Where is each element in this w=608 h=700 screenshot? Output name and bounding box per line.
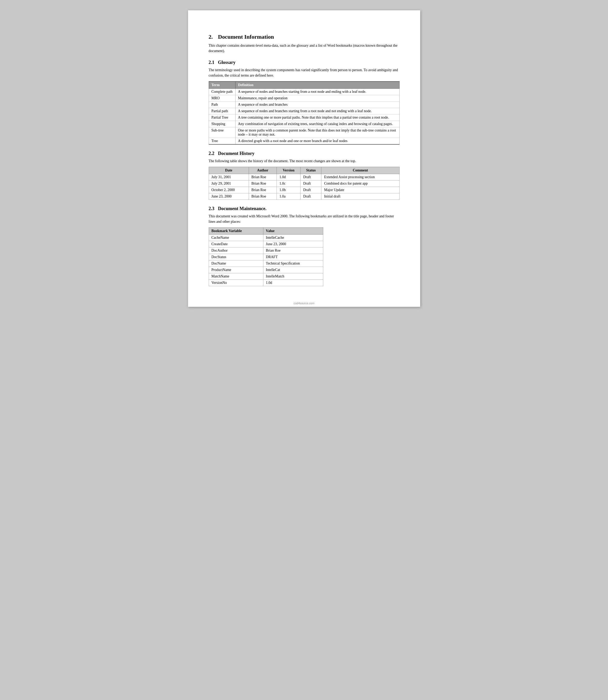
glossary-definition: A sequence of nodes and branches startin… [235, 89, 399, 95]
bookmark-value: IntelleCache [263, 235, 323, 241]
glossary-definition: A sequence of nodes and branches [235, 102, 399, 108]
history-version: 1.0c [277, 180, 301, 187]
section21-heading: 2.1Glossary [209, 60, 400, 65]
bookmark-col-value: Value [263, 228, 323, 235]
bookmark-variable: ProductName [209, 267, 263, 273]
bookmark-row: VersionNo1.0d [209, 280, 323, 286]
history-version: 1.0d [277, 174, 301, 180]
glossary-col-definition: Definition [235, 81, 399, 89]
bookmark-value: DRAFT [263, 254, 323, 260]
section23-intro: This document was created with Microsoft… [209, 213, 400, 224]
section21-number: 2.1 [209, 60, 215, 65]
glossary-term: Tree [209, 138, 235, 144]
glossary-row: TreeA directed graph with a root node an… [209, 138, 399, 144]
section21-intro: The terminology used in describing the s… [209, 67, 400, 78]
bookmark-variable: DocName [209, 260, 263, 267]
bookmark-table-header-row: Bookmark Variable Value [209, 228, 323, 235]
history-author: Brian Roe [249, 193, 277, 200]
bookmark-row: CacheNameIntelleCache [209, 235, 323, 241]
section22-intro: The following table shows the history of… [209, 158, 400, 164]
history-date: July 31, 2001 [209, 174, 249, 180]
history-comment: Initial draft [321, 193, 399, 200]
history-date: July 29, 2001 [209, 180, 249, 187]
bookmark-value: June 23, 2000 [263, 241, 323, 248]
history-status: Draft [301, 174, 321, 180]
bookmark-row: MatchNameIntelleMatch [209, 273, 323, 280]
bookmark-row: ProductNameIntelleCat [209, 267, 323, 273]
glossary-term: Shopping [209, 121, 235, 128]
glossary-term: Partial Tree [209, 115, 235, 121]
history-comment: Extended Assist processing section [321, 174, 399, 180]
bookmark-variable: DocAuthor [209, 248, 263, 254]
history-comment: Major Update [321, 187, 399, 193]
bookmark-variable: CreateDate [209, 241, 263, 248]
glossary-definition: Maintenance, repair and operation [235, 95, 399, 102]
glossary-row: MROMaintenance, repair and operation [209, 95, 399, 102]
bookmark-table: Bookmark Variable Value CacheNameIntelle… [209, 228, 323, 286]
history-comment: Combined docs for patent app [321, 180, 399, 187]
section22-number: 2.2 [209, 151, 215, 156]
section23-heading: 2.3Document Maintenance. [209, 206, 400, 211]
glossary-term: MRO [209, 95, 235, 102]
bookmark-row: DocNameTechnical Specification [209, 260, 323, 267]
section23-number: 2.3 [209, 206, 215, 211]
bookmark-value: IntelleMatch [263, 273, 323, 280]
glossary-row: Partial pathA sequence of nodes and bran… [209, 108, 399, 115]
section2-heading: 2.Document Information [209, 34, 400, 40]
history-author: Brian Roe [249, 187, 277, 193]
glossary-term: Complete path [209, 89, 235, 95]
bookmark-value: 1.0d [263, 280, 323, 286]
glossary-definition: A tree containing one or more partial pa… [235, 115, 399, 121]
glossary-term: Partial path [209, 108, 235, 115]
history-row: October 2, 2000 Brian Roe 1.0b Draft Maj… [209, 187, 399, 193]
history-col-comment: Comment [321, 167, 399, 174]
history-table-header-row: Date Author Version Status Comment [209, 167, 399, 174]
bookmark-row: CreateDateJune 23, 2000 [209, 241, 323, 248]
section23-title: Document Maintenance. [218, 206, 266, 211]
bookmark-value: IntelleCat [263, 267, 323, 273]
glossary-term: Sub-tree [209, 128, 235, 138]
glossary-col-term: Term [209, 81, 235, 89]
glossary-definition: One or more paths with a common parent n… [235, 128, 399, 138]
section22-title: Document History [218, 151, 254, 156]
bookmark-variable: VersionNo [209, 280, 263, 286]
history-status: Draft [301, 187, 321, 193]
document-page: 2.Document Information This chapter cont… [188, 10, 420, 307]
bookmark-row: DocStatusDRAFT [209, 254, 323, 260]
history-status: Draft [301, 193, 321, 200]
bookmark-value: Technical Specification [263, 260, 323, 267]
history-col-version: Version [277, 167, 301, 174]
history-row: July 29, 2001 Brian Roe 1.0c Draft Combi… [209, 180, 399, 187]
glossary-row: Partial TreeA tree containing one or mor… [209, 115, 399, 121]
history-author: Brian Roe [249, 174, 277, 180]
glossary-row: Complete pathA sequence of nodes and bra… [209, 89, 399, 95]
section2-number: 2. [209, 34, 213, 40]
section21-title: Glossary [218, 60, 235, 65]
history-col-author: Author [249, 167, 277, 174]
history-author: Brian Roe [249, 180, 277, 187]
history-table: Date Author Version Status Comment July … [209, 167, 400, 200]
bookmark-row: DocAuthorBrian Roe [209, 248, 323, 254]
glossary-definition: Any combination of navigation of existin… [235, 121, 399, 128]
history-row: June 23, 2000 Brian Roe 1.0a Draft Initi… [209, 193, 399, 200]
bookmark-variable: DocStatus [209, 254, 263, 260]
history-row: July 31, 2001 Brian Roe 1.0d Draft Exten… [209, 174, 399, 180]
glossary-definition: A sequence of nodes and branches startin… [235, 108, 399, 115]
glossary-row: ShoppingAny combination of navigation of… [209, 121, 399, 128]
glossary-row: Sub-treeOne or more paths with a common … [209, 128, 399, 138]
history-date: October 2, 2000 [209, 187, 249, 193]
glossary-row: PathA sequence of nodes and branches [209, 102, 399, 108]
bookmark-col-var: Bookmark Variable [209, 228, 263, 235]
bookmark-value: Brian Roe [263, 248, 323, 254]
glossary-table: Term Definition Complete pathA sequence … [209, 81, 400, 144]
section2-intro: This chapter contains document-level met… [209, 43, 400, 54]
bookmark-variable: CacheName [209, 235, 263, 241]
history-col-status: Status [301, 167, 321, 174]
glossary-definition: A directed graph with a root node and on… [235, 138, 399, 144]
glossary-term: Path [209, 102, 235, 108]
glossary-table-header-row: Term Definition [209, 81, 399, 89]
history-version: 1.0a [277, 193, 301, 200]
history-version: 1.0b [277, 187, 301, 193]
section22-heading: 2.2Document History [209, 151, 400, 156]
bookmark-variable: MatchName [209, 273, 263, 280]
